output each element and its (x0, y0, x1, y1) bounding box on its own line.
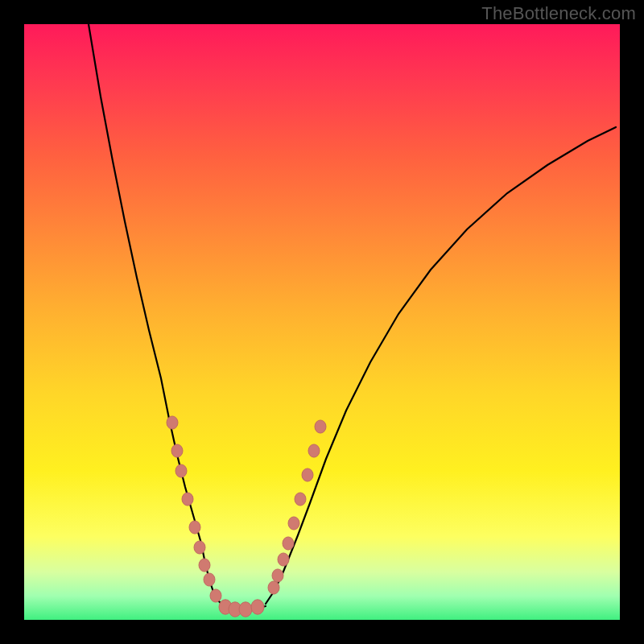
watermark-text: TheBottleneck.com (481, 3, 636, 24)
curve-layer (24, 24, 620, 620)
data-dot (189, 521, 200, 534)
data-dot (315, 420, 326, 433)
curve-left-branch (89, 24, 221, 604)
data-dot (239, 602, 252, 617)
data-dot (210, 589, 221, 602)
data-dot (288, 517, 299, 530)
data-dot (182, 493, 193, 506)
data-dot (278, 553, 289, 566)
data-dot (268, 581, 279, 594)
data-dot (171, 444, 183, 457)
data-dot (308, 444, 320, 457)
data-dot (251, 600, 264, 614)
data-dot (295, 493, 306, 506)
data-dot (283, 537, 294, 550)
chart-canvas: TheBottleneck.com (0, 0, 644, 644)
data-dot (272, 569, 283, 582)
data-dot (194, 541, 205, 554)
data-dot (204, 573, 215, 586)
curve-right-branch (266, 127, 616, 604)
data-dots (167, 416, 326, 617)
data-dot (302, 469, 313, 481)
data-dot (175, 464, 187, 477)
data-dot (167, 416, 178, 429)
plot-area (24, 24, 620, 620)
data-dot (199, 559, 210, 572)
